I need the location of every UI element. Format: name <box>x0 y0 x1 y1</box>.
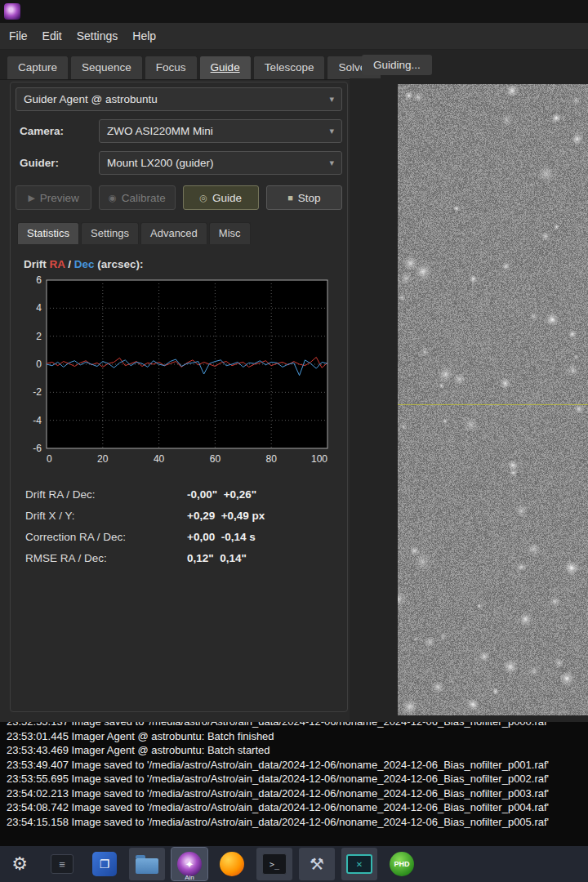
chart-title-sep: / <box>65 258 74 270</box>
chart-title-dec: Dec <box>74 258 95 270</box>
taskbar-file-manager[interactable] <box>129 848 165 880</box>
taskbar-settings-gear[interactable]: ⚙ <box>2 848 38 880</box>
blue-app-icon: ❐ <box>92 852 117 876</box>
guide-button-label: Guide <box>212 192 242 204</box>
taskbar-ekos-ain[interactable]: ✦ Ain <box>172 848 207 880</box>
tab-guide[interactable]: Guide <box>199 56 252 79</box>
monitor-icon: ✕ <box>346 854 372 874</box>
stop-icon: ■ <box>287 193 293 203</box>
panel-icon: ≡ <box>51 854 74 874</box>
stat-drift-radec: Drift RA / Dec: -0,00" +0,26" <box>25 488 342 501</box>
ekos-tabbar: Capture Sequence Focus Guide Telescope S… <box>0 50 588 80</box>
subtab-settings[interactable]: Settings <box>81 222 139 244</box>
guider-label: Guider: <box>16 157 99 169</box>
tab-capture-label: Capture <box>18 61 57 74</box>
tab-telescope[interactable]: Telescope <box>253 56 326 79</box>
guider-row: Guider: Mount LX200 (guider) ▾ <box>16 151 342 175</box>
stat-correction-radec: Correction RA / Dec: +0,00 -0,14 s <box>25 531 342 543</box>
tab-sequence[interactable]: Sequence <box>70 56 143 79</box>
ain-label: Ain <box>172 874 207 881</box>
camera-select[interactable]: ZWO ASI220MM Mini ▾ <box>99 119 342 143</box>
menubar: File Edit Settings Help <box>0 23 588 50</box>
guider-select[interactable]: Mount LX200 (guider) ▾ <box>99 151 342 175</box>
chart-title-prefix: Drift <box>24 258 50 270</box>
guider-profile-select[interactable]: Guider Agent @ astrobuntu ▾ <box>16 87 342 111</box>
taskbar-blue-app[interactable]: ❐ <box>87 848 122 880</box>
tab-telescope-label: Telescope <box>265 61 314 74</box>
stat-label: Drift X / Y: <box>25 510 187 522</box>
guide-actions: ▶ Preview ◉ Calibrate ◎ Guide ■ Stop <box>16 185 342 210</box>
menu-edit[interactable]: Edit <box>35 25 69 47</box>
taskbar-phd2[interactable]: PHD <box>384 848 420 880</box>
tab-sequence-label: Sequence <box>82 61 131 74</box>
guider-profile-value: Guider Agent @ astrobuntu <box>24 93 158 105</box>
guiding-status-button[interactable]: Guiding... <box>362 55 432 75</box>
log-line: 23:53:43.469 Imager Agent @ astrobuntu: … <box>7 743 588 758</box>
guider-select-value: Mount LX200 (guider) <box>107 157 214 169</box>
firefox-icon <box>220 852 244 876</box>
svg-text:80: 80 <box>266 453 278 465</box>
guide-camera-view[interactable] <box>398 84 588 715</box>
guide-button[interactable]: ◎ Guide <box>183 185 259 210</box>
svg-text:20: 20 <box>97 453 109 465</box>
menu-settings[interactable]: Settings <box>69 25 126 47</box>
taskbar-terminal[interactable]: >_ <box>256 848 292 880</box>
taskbar-system-settings[interactable]: ⚒ <box>299 848 335 880</box>
tab-focus[interactable]: Focus <box>145 56 198 79</box>
taskbar-firefox[interactable] <box>214 848 250 880</box>
subtab-advanced[interactable]: Advanced <box>140 222 207 244</box>
log-line: 23:53:55.695 Image saved to '/media/astr… <box>7 772 588 786</box>
terminal-icon: >_ <box>262 853 287 875</box>
titlebar <box>0 0 588 23</box>
svg-text:100: 100 <box>311 453 327 465</box>
guide-module-panel: Guider Agent @ astrobuntu ▾ Camera: ZWO … <box>10 82 348 712</box>
chevron-down-icon: ▾ <box>329 94 334 105</box>
taskbar: ⚙ ≡ ❐ ✦ Ain >_ ⚒ ✕ PHD <box>0 846 588 882</box>
svg-text:4: 4 <box>36 302 42 314</box>
galaxy-icon: ✦ <box>177 852 202 876</box>
stat-label: Correction RA / Dec: <box>25 531 187 543</box>
log-line: 23:54:02.213 Image saved to '/media/astr… <box>7 786 588 801</box>
tab-focus-label: Focus <box>156 61 186 74</box>
chevron-down-icon: ▾ <box>329 126 334 136</box>
stop-button[interactable]: ■ Stop <box>266 185 342 210</box>
play-icon: ▶ <box>28 193 34 203</box>
preview-button[interactable]: ▶ Preview <box>16 185 91 210</box>
folder-icon <box>136 858 158 874</box>
svg-text:0: 0 <box>47 453 52 465</box>
phd2-icon: PHD <box>390 852 414 876</box>
calibrate-icon: ◉ <box>109 193 117 203</box>
drift-chart[interactable]: -6-4-20246020406080100 <box>17 274 342 474</box>
tab-guide-label: Guide <box>211 61 240 74</box>
subtab-statistics[interactable]: Statistics <box>17 222 79 244</box>
log-line: 23:53:01.445 Imager Agent @ astrobuntu: … <box>7 729 588 744</box>
calibrate-button-label: Calibrate <box>122 192 166 204</box>
svg-text:6: 6 <box>36 274 42 286</box>
svg-text:60: 60 <box>210 453 221 465</box>
stat-drift-xy: Drift X / Y: +0,29 +0,49 px <box>25 510 342 522</box>
menu-file[interactable]: File <box>2 25 35 47</box>
svg-text:-6: -6 <box>33 443 42 454</box>
ekos-log[interactable]: 23:52:55.137 Image saved to '/media/astr… <box>0 722 588 846</box>
menu-help[interactable]: Help <box>125 25 163 47</box>
camera-label: Camera: <box>16 125 99 137</box>
stat-value: +0,00 -0,14 s <box>187 531 256 543</box>
calibrate-button[interactable]: ◉ Calibrate <box>99 185 175 210</box>
guide-statistics: Drift RA / Dec: -0,00" +0,26" Drift X / … <box>16 488 342 564</box>
tab-capture[interactable]: Capture <box>7 56 69 79</box>
stat-rmse-radec: RMSE RA / Dec: 0,12" 0,14" <box>25 552 342 564</box>
svg-text:2: 2 <box>36 331 42 342</box>
wrench-icon: ⚒ <box>310 854 324 874</box>
svg-text:-4: -4 <box>33 415 42 426</box>
subtab-misc[interactable]: Misc <box>209 222 251 244</box>
chart-title-ra: RA <box>50 258 65 270</box>
svg-text:0: 0 <box>36 359 42 370</box>
stop-button-label: Stop <box>298 192 321 204</box>
kstars-app-icon <box>4 3 20 20</box>
camera-view-panel <box>350 78 588 722</box>
taskbar-panel-toggle[interactable]: ≡ <box>44 848 80 880</box>
log-line: 23:53:49.407 Image saved to '/media/astr… <box>7 758 588 773</box>
svg-text:-2: -2 <box>33 386 42 398</box>
stat-value: -0,00" +0,26" <box>187 488 256 501</box>
taskbar-monitor-app[interactable]: ✕ <box>341 848 377 880</box>
